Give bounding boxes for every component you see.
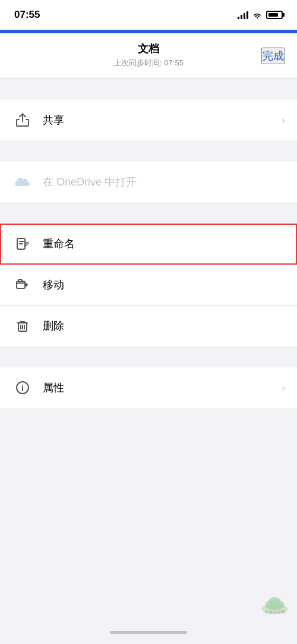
svg-point-4 bbox=[22, 385, 23, 386]
menu-item-share[interactable]: 共享 › bbox=[0, 100, 297, 140]
share-label: 共享 bbox=[43, 113, 282, 127]
section-gap-4 bbox=[0, 346, 297, 367]
properties-label: 属性 bbox=[43, 381, 282, 395]
status-bar: 07:55 bbox=[0, 0, 297, 30]
status-icons bbox=[238, 11, 283, 19]
onedrive-icon bbox=[12, 171, 33, 193]
header: 文档 上次同步时间: 07:55 完成 bbox=[0, 33, 297, 78]
info-icon bbox=[12, 377, 33, 398]
share-chevron: › bbox=[282, 114, 285, 127]
svg-rect-1 bbox=[17, 281, 25, 288]
status-time: 07:55 bbox=[14, 9, 40, 21]
menu-item-move[interactable]: 移动 bbox=[0, 265, 297, 306]
delete-icon bbox=[12, 315, 33, 337]
onedrive-label: 在 OneDrive 中打开 bbox=[43, 175, 285, 189]
move-label: 移动 bbox=[43, 278, 285, 292]
menu-section-properties: 属性 › bbox=[0, 367, 297, 408]
header-title: 文档 bbox=[12, 42, 285, 56]
menu-section-actions: 重命名 移动 删除 bbox=[0, 224, 297, 346]
home-indicator-area bbox=[0, 620, 297, 644]
share-icon bbox=[12, 109, 33, 131]
delete-label: 删除 bbox=[43, 319, 285, 333]
move-icon bbox=[12, 274, 33, 296]
menu-item-properties[interactable]: 属性 › bbox=[0, 367, 297, 408]
section-gap-2 bbox=[0, 140, 297, 162]
wifi-icon bbox=[252, 11, 263, 19]
section-gap-3 bbox=[0, 202, 297, 224]
menu-item-onedrive: 在 OneDrive 中打开 bbox=[0, 162, 297, 202]
home-indicator bbox=[110, 631, 187, 634]
menu-item-rename[interactable]: 重命名 bbox=[0, 224, 297, 265]
battery-icon bbox=[266, 11, 283, 19]
header-subtitle: 上次同步时间: 07:55 bbox=[12, 58, 285, 68]
rename-label: 重命名 bbox=[43, 237, 285, 251]
menu-section-onedrive: 在 OneDrive 中打开 bbox=[0, 162, 297, 202]
svg-text:小麦安卓网: 小麦安卓网 bbox=[264, 610, 285, 614]
rename-icon bbox=[12, 233, 33, 255]
done-button[interactable]: 完成 bbox=[261, 48, 285, 64]
menu-section-share: 共享 › bbox=[0, 100, 297, 140]
signal-icon bbox=[238, 11, 248, 19]
watermark: 小麦安卓网 bbox=[258, 594, 291, 617]
menu-item-delete[interactable]: 删除 bbox=[0, 306, 297, 346]
properties-chevron: › bbox=[282, 382, 285, 394]
section-gap-1 bbox=[0, 78, 297, 100]
svg-point-7 bbox=[269, 597, 281, 605]
